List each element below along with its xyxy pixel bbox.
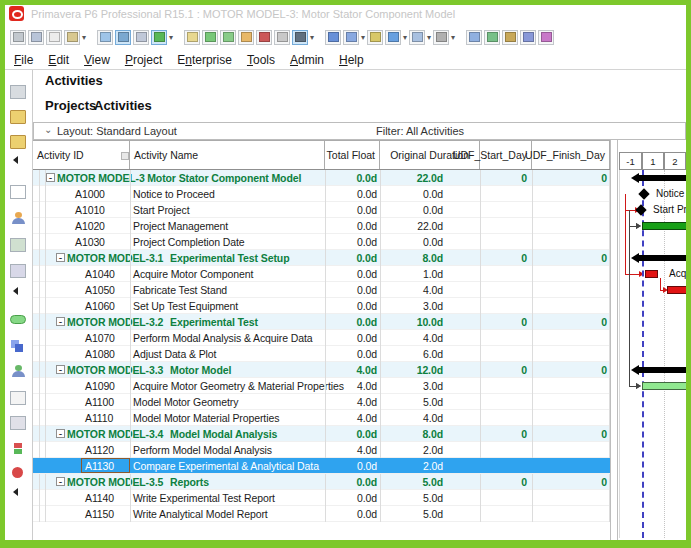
org-chart-icon[interactable] — [502, 30, 518, 45]
table-row[interactable]: A1140Write Experimental Test Report0.0d5… — [33, 490, 610, 506]
column-header-udf-finish-day[interactable]: UDF_Finish_Day — [532, 141, 610, 169]
table-row[interactable]: A1110Model Motor Material Properties4.0d… — [33, 410, 610, 426]
milestone-diamond[interactable] — [638, 188, 649, 199]
table-row[interactable]: A1150Write Analytical Model Report0.0d5.… — [33, 506, 610, 522]
activity-bar[interactable] — [667, 286, 686, 294]
issues-icon[interactable] — [12, 467, 23, 478]
dropdown-caret-icon[interactable]: ▾ — [169, 33, 173, 42]
table-row[interactable]: -MOTOR MODEL-3Motor Stator Component Mod… — [33, 170, 610, 186]
role-usage-icon[interactable] — [238, 30, 254, 45]
column-header-activity-name[interactable]: Activity Name — [130, 141, 325, 169]
activity-bar[interactable] — [642, 222, 686, 230]
summary-bar[interactable] — [638, 367, 686, 373]
column-header-total-float[interactable]: Total Float — [325, 141, 380, 169]
print-preview-icon[interactable] — [28, 30, 44, 45]
resources-icon[interactable] — [10, 212, 26, 226]
wps-documents-icon[interactable] — [10, 391, 26, 405]
resource-profile-icon[interactable] — [256, 30, 272, 45]
menu-view[interactable]: View — [84, 53, 110, 67]
bars-icon[interactable] — [367, 30, 383, 45]
summary-bar[interactable] — [638, 175, 686, 181]
columns-icon[interactable] — [343, 30, 359, 45]
table-row[interactable]: A1000Notice to Proceed0.0d0.0d — [33, 186, 610, 202]
split-columns-icon[interactable] — [133, 30, 149, 45]
collapse-arrow-icon[interactable] — [13, 156, 18, 164]
activity-bar[interactable] — [642, 382, 686, 390]
collapse-icon[interactable]: - — [46, 173, 55, 182]
table-row[interactable]: A1060Set Up Test Equipment0.0d3.0d — [33, 298, 610, 314]
wbs-icon[interactable] — [10, 315, 26, 324]
pie-chart-icon[interactable] — [520, 30, 536, 45]
tab-activities[interactable]: Activities — [94, 98, 152, 113]
collapse-icon[interactable]: - — [56, 477, 65, 486]
collapse-icon[interactable]: - — [56, 317, 65, 326]
layout-options-bar[interactable]: ⌄ Layout: Standard Layout Filter: All Ac… — [33, 122, 686, 140]
tab-projects[interactable]: Projects — [45, 98, 96, 113]
table-row[interactable]: A1070Perform Modal Analysis & Acquire Da… — [33, 330, 610, 346]
line-numbers-icon[interactable] — [433, 30, 449, 45]
collapse-icon[interactable]: - — [56, 253, 65, 262]
dropdown-caret-icon[interactable]: ▾ — [451, 33, 455, 42]
menu-project[interactable]: Project — [125, 53, 162, 67]
summary-bar[interactable] — [638, 255, 686, 261]
open-project-icon[interactable] — [10, 110, 26, 124]
reports-icon[interactable] — [10, 238, 26, 252]
new-project-icon[interactable] — [10, 135, 26, 149]
table-row[interactable]: A1090Acquire Motor Geometry & Material P… — [33, 378, 610, 394]
table-row[interactable]: -MOTOR MODEL-3.3Motor Model4.0d12.0d00 — [33, 362, 610, 378]
filter-icon[interactable] — [385, 30, 401, 45]
table-row[interactable]: A1030Project Completion Date0.0d0.0d — [33, 234, 610, 250]
print-icon[interactable] — [10, 30, 26, 45]
menu-tools[interactable]: Tools — [247, 53, 275, 67]
resource-usage-icon[interactable] — [220, 30, 236, 45]
table-row[interactable]: -MOTOR MODEL-3.4Model Modal Analysis0.0d… — [33, 426, 610, 442]
activity-bar[interactable] — [645, 270, 658, 278]
table-row[interactable]: A1100Model Motor Geometry4.0d5.0d — [33, 394, 610, 410]
dropdown-caret-icon[interactable]: ▾ — [82, 33, 86, 42]
column-header-activity-id[interactable]: Activity ID — [33, 141, 130, 169]
layout-window-icon[interactable] — [10, 85, 26, 99]
table-row[interactable]: A1130Compare Experimental & Analytical D… — [33, 458, 610, 474]
dropdown-caret-icon[interactable]: ▾ — [403, 33, 407, 42]
table-row[interactable]: A1040Acquire Motor Component0.0d1.0d — [33, 266, 610, 282]
expenses-icon[interactable] — [10, 416, 26, 430]
table-row[interactable]: A1010Start Project0.0d0.0d — [33, 202, 610, 218]
menu-file[interactable]: File — [14, 53, 33, 67]
table-row[interactable]: -MOTOR MODEL-3.2Experimental Test0.0d10.… — [33, 314, 610, 330]
relationship-lines-icon[interactable] — [274, 30, 290, 45]
projects-panel-icon[interactable] — [10, 185, 26, 199]
bottom-layout-icon[interactable] — [115, 30, 131, 45]
progress-spotlight-icon[interactable] — [292, 30, 308, 45]
table-view-icon[interactable] — [97, 30, 113, 45]
group-sort-icon[interactable] — [325, 30, 341, 45]
table-row[interactable]: A1080Adjust Data & Plot0.0d6.0d — [33, 346, 610, 362]
dropdown-caret-icon[interactable]: ▾ — [427, 33, 431, 42]
table-row[interactable]: A1120Perform Model Modal Analysis4.0d2.0… — [33, 442, 610, 458]
dropdown-caret-icon[interactable]: ▾ — [310, 33, 314, 42]
print-options-icon[interactable] — [64, 30, 80, 45]
schedule-clock-icon[interactable] — [484, 30, 500, 45]
table-gantt-splitter[interactable] — [610, 140, 618, 540]
collapse-icon[interactable]: - — [56, 429, 65, 438]
document-search-icon[interactable] — [184, 30, 200, 45]
collapse-arrow-icon[interactable] — [13, 488, 18, 496]
layout-icon[interactable] — [409, 30, 425, 45]
collapse-arrow-icon[interactable] — [13, 287, 18, 295]
adjust-slider-icon[interactable] — [538, 30, 554, 45]
tracking-icon[interactable] — [10, 264, 26, 278]
table-row[interactable]: A1050Fabricate Test Stand0.0d4.0d — [33, 282, 610, 298]
menu-edit[interactable]: Edit — [48, 53, 69, 67]
assignments-icon[interactable] — [10, 365, 26, 379]
table-row[interactable]: -MOTOR MODEL-3.5Reports0.0d5.0d00 — [33, 474, 610, 490]
activity-network-icon[interactable] — [151, 30, 167, 45]
collapse-icon[interactable]: - — [56, 365, 65, 374]
dropdown-caret-icon[interactable]: ▾ — [361, 33, 365, 42]
spreadsheet-icon[interactable] — [466, 30, 482, 45]
menu-help[interactable]: Help — [339, 53, 364, 67]
activities-icon[interactable] — [10, 339, 26, 353]
menu-admin[interactable]: Admin — [290, 53, 324, 67]
table-row[interactable]: -MOTOR MODEL-3.1Experimental Test Setup0… — [33, 250, 610, 266]
menu-enterprise[interactable]: Enterprise — [177, 53, 232, 67]
resources-view-icon[interactable] — [202, 30, 218, 45]
table-row[interactable]: A1020Project Management0.0d22.0d — [33, 218, 610, 234]
